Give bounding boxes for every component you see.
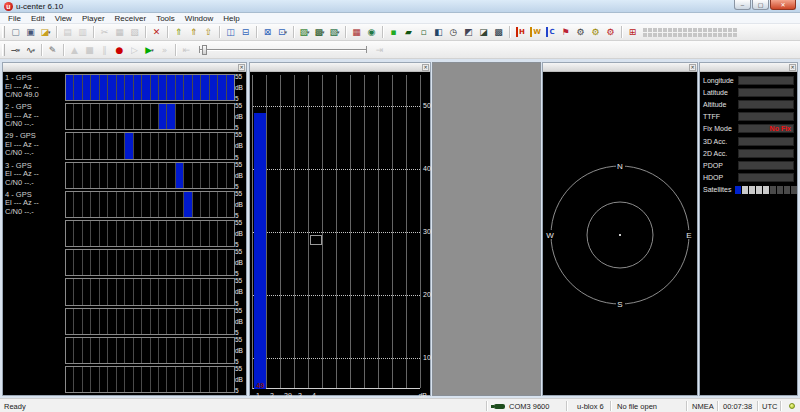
map-view-icon[interactable]: ◪	[476, 25, 491, 39]
menu-window[interactable]: Window	[180, 14, 218, 23]
toolbar-grip[interactable]	[2, 26, 5, 38]
history-panel-titlebar[interactable]: ✕	[3, 63, 246, 72]
history-cell	[91, 192, 99, 217]
table-view-icon[interactable]: ▦	[349, 25, 364, 39]
data-field-label: Longitude	[703, 77, 738, 84]
print-preview-icon[interactable]: ▥	[75, 25, 90, 39]
panel-close-icon[interactable]: ✕	[238, 64, 245, 71]
text-console-icon[interactable]: ▫	[416, 25, 431, 39]
cold-start-icon[interactable]: C	[543, 25, 558, 39]
chart-panel-titlebar[interactable]: ✕	[250, 63, 430, 72]
dropdown-arrow-icon[interactable]: ▾	[285, 29, 288, 35]
dropdown-arrow-icon[interactable]: ▾	[322, 29, 325, 35]
db-scale-labels: 55dB5	[235, 102, 246, 131]
panel-close-icon[interactable]: ✕	[689, 64, 696, 71]
playback-slider-track[interactable]	[199, 49, 367, 50]
alarm-gear-icon[interactable]: ⚙	[603, 25, 618, 39]
pause-icon[interactable]: ‖	[97, 43, 112, 57]
paste-icon[interactable]: ▧	[127, 25, 142, 39]
export-database-icon[interactable]: ⇧	[201, 25, 216, 39]
cut-icon[interactable]: ✂	[97, 25, 112, 39]
fast-forward-icon[interactable]: »	[157, 43, 172, 57]
save-file-icon[interactable]: ▣	[23, 25, 38, 39]
arrange-windows-icon[interactable]: ⊡▾	[275, 25, 290, 39]
print-icon[interactable]: ▤	[60, 25, 75, 39]
clear-screen-icon[interactable]: ✕	[149, 25, 164, 39]
sky-panel-titlebar[interactable]: ✕	[543, 63, 697, 72]
skip-to-end-icon[interactable]: ⇥	[372, 43, 387, 57]
autobauding-wand-icon[interactable]: ✎	[45, 43, 60, 57]
data-view-row: Satellites	[700, 184, 797, 196]
menu-help[interactable]: Help	[218, 14, 244, 23]
tile-vertical-icon[interactable]: ⊟	[238, 25, 253, 39]
histogram-view-icon[interactable]: ▩▾	[312, 25, 327, 39]
dropdown-arrow-icon[interactable]: ▾	[337, 29, 340, 35]
cascade-windows-icon[interactable]: ⊠	[260, 25, 275, 39]
close-button[interactable]: ✕	[770, 0, 796, 10]
skip-to-start-icon[interactable]: ⇤	[179, 43, 194, 57]
menu-file[interactable]: File	[3, 14, 26, 23]
record-icon[interactable]: ●	[112, 43, 127, 57]
minimize-button[interactable]: –	[734, 0, 751, 10]
step-forward-icon[interactable]: ▷	[127, 43, 142, 57]
meter-view-icon[interactable]: ▧▾	[327, 25, 342, 39]
history-cell	[210, 163, 218, 188]
receiver-reset-icon[interactable]: ⚑	[558, 25, 573, 39]
history-cell	[176, 104, 184, 129]
history-cell	[151, 133, 159, 158]
message-status-cell	[708, 28, 712, 32]
settings-gear-icon[interactable]: ⚙	[573, 25, 588, 39]
maximize-button[interactable]: ▢	[752, 0, 769, 10]
warm-start-icon[interactable]: W	[528, 25, 543, 39]
messages-icon[interactable]: ⊞	[625, 25, 640, 39]
menu-receiver[interactable]: Receiver	[110, 14, 152, 23]
record-database-icon[interactable]: ⇑	[171, 25, 186, 39]
dropdown-arrow-icon[interactable]: ▾	[18, 47, 21, 53]
dropdown-arrow-icon[interactable]: ▾	[48, 29, 51, 35]
eject-icon[interactable]: ▲	[67, 43, 82, 57]
binary-console-icon[interactable]: ▰	[401, 25, 416, 39]
connect-receiver-icon[interactable]: ⊸▾	[8, 43, 23, 57]
dropdown-arrow-icon[interactable]: ▾	[307, 29, 310, 35]
tile-horizontal-icon[interactable]: ◫	[223, 25, 238, 39]
play-icon[interactable]: ▶▾	[142, 43, 157, 57]
menu-edit[interactable]: Edit	[26, 14, 50, 23]
satellite-history-row: 3 - GPSEl --- Az --C/N0 --.-55dB5	[3, 161, 246, 190]
hot-start-icon[interactable]: H	[513, 25, 528, 39]
menu-tools[interactable]: Tools	[151, 14, 180, 23]
data-panel-titlebar[interactable]: ✕	[700, 63, 797, 72]
open-file-icon[interactable]: ◪▾	[38, 25, 53, 39]
message-status-cell	[718, 28, 722, 32]
history-cell	[108, 75, 116, 100]
dropdown-arrow-icon[interactable]: ▾	[33, 47, 36, 53]
stop-icon[interactable]: ■	[82, 43, 97, 57]
config-gear-icon[interactable]: ⚙	[588, 25, 603, 39]
import-database-icon[interactable]: ⇑	[186, 25, 201, 39]
camera-view-icon[interactable]: ◉	[364, 25, 379, 39]
statistic-view-icon[interactable]: ◩	[461, 25, 476, 39]
configuration-view-icon[interactable]: ◷	[446, 25, 461, 39]
history-cell	[134, 338, 142, 363]
chart-gridline	[253, 358, 420, 359]
data-field-value	[738, 88, 794, 97]
dropdown-arrow-icon[interactable]: ▾	[151, 47, 154, 53]
new-file-icon[interactable]: ▢	[8, 25, 23, 39]
panel-close-icon[interactable]: ✕	[422, 64, 429, 71]
packet-console-icon[interactable]: ▪	[386, 25, 401, 39]
message-status-cell	[648, 28, 652, 32]
history-cell	[201, 133, 209, 158]
window-titlebar[interactable]: u u-center 6.10 – ▢ ✕	[0, 0, 800, 13]
message-view-icon[interactable]: ◧	[431, 25, 446, 39]
deviation-map-icon[interactable]: ▩	[491, 25, 506, 39]
chart-view-icon[interactable]: ▨▾	[297, 25, 312, 39]
toolbar-grip[interactable]	[2, 44, 5, 56]
copy-icon[interactable]: ▦	[112, 25, 127, 39]
history-cell	[117, 221, 125, 246]
autobauding-wand-icon: ✎	[49, 45, 57, 55]
panel-close-icon[interactable]: ✕	[789, 64, 796, 71]
playback-slider-thumb[interactable]	[202, 45, 207, 55]
menu-view[interactable]: View	[50, 14, 77, 23]
protocol-baudrate-icon[interactable]: ∿▾	[23, 43, 38, 57]
menu-player[interactable]: Player	[77, 14, 110, 23]
playback-slider[interactable]	[199, 44, 367, 56]
